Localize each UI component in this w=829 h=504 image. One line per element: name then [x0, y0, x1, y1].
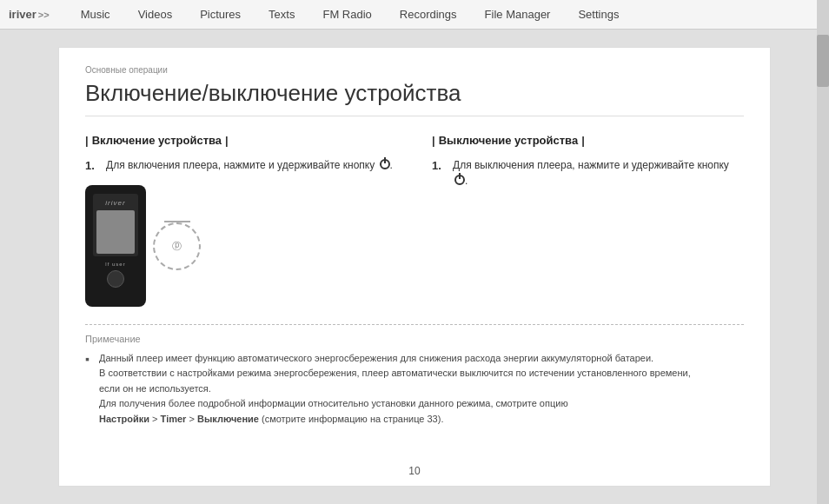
left-step-text: Для включения плеера, нажмите и удержива… — [106, 157, 393, 175]
device-screen-logo: iriver — [105, 199, 125, 207]
nav-item-settings[interactable]: Settings — [564, 1, 633, 28]
left-step-1: 1. Для включения плеера, нажмите и удерж… — [85, 157, 397, 175]
step-number-r1: 1. — [432, 157, 448, 189]
button-indicator-container: ⓟ — [153, 221, 201, 270]
two-columns: Включение устройства 1. Для включения пл… — [85, 134, 744, 307]
note-timer-bold: Timer — [161, 414, 187, 424]
device-body: iriver lf user — [85, 185, 146, 307]
device-center-button — [107, 270, 124, 288]
right-step-text: Для выключения плеера, нажмите и удержив… — [453, 157, 744, 189]
content-box: Основные операции Включение/выключение у… — [58, 47, 771, 487]
nav-item-fm-radio[interactable]: FM Radio — [308, 1, 385, 28]
note-label: Примечание — [85, 334, 744, 344]
note-bullet: ▪ — [85, 351, 92, 428]
nav-item-recordings[interactable]: Recordings — [386, 1, 471, 28]
logo-text: iriver — [9, 8, 36, 21]
scrollbar-thumb[interactable] — [817, 35, 829, 87]
step-number-1: 1. — [85, 157, 101, 175]
device-screen: iriver — [93, 194, 138, 256]
left-column: Включение устройства 1. Для включения пл… — [85, 134, 397, 307]
logo-arrows: >> — [38, 10, 50, 20]
device-screen-content — [96, 210, 135, 254]
page-title: Включение/выключение устройства — [85, 80, 744, 116]
device-sub-brand: lf user — [105, 262, 125, 267]
note-end-text: (смотрите информацию на странице 33). — [262, 414, 443, 424]
scrollbar-track[interactable] — [817, 0, 829, 504]
breadcrumb: Основные операции — [85, 65, 744, 75]
dashed-circle: ⓟ — [153, 222, 201, 270]
device-controls: lf user — [90, 262, 141, 288]
nav-menu: Music Videos Pictures Texts FM Radio Rec… — [67, 1, 633, 28]
power-icon-left — [380, 159, 390, 169]
note-section: Примечание ▪ Данный плеер имеет функцию … — [85, 324, 744, 428]
nav-logo[interactable]: iriver >> — [9, 8, 50, 21]
nav-item-videos[interactable]: Videos — [124, 1, 187, 28]
note-off-bold: Выключение — [197, 414, 259, 424]
nav-item-file-manager[interactable]: File Manager — [471, 1, 565, 28]
nav-item-texts[interactable]: Texts — [255, 1, 308, 28]
power-icon-right — [454, 175, 465, 185]
device-illustration: iriver lf user ⓟ — [85, 185, 397, 307]
page-number: 10 — [408, 465, 420, 477]
note-content: ▪ Данный плеер имеет функцию автоматичес… — [85, 351, 744, 428]
right-section-heading: Выключение устройства — [432, 134, 744, 147]
nav-bar: iriver >> Music Videos Pictures Texts FM… — [0, 0, 829, 30]
note-sep-1: > — [152, 414, 157, 424]
nav-item-pictures[interactable]: Pictures — [186, 1, 255, 28]
note-sep-2: > — [189, 414, 194, 424]
main-area: Основные операции Включение/выключение у… — [0, 30, 829, 504]
left-section-heading: Включение устройства — [85, 134, 397, 147]
circle-label: ⓟ — [172, 240, 182, 253]
right-step-1: 1. Для выключения плеера, нажмите и удер… — [432, 157, 744, 189]
note-settings-bold: Настройки — [99, 414, 149, 424]
note-text: Данный плеер имеет функцию автоматическо… — [99, 351, 691, 428]
nav-item-music[interactable]: Music — [67, 1, 124, 28]
right-column: Выключение устройства 1. Для выключения … — [432, 134, 744, 307]
